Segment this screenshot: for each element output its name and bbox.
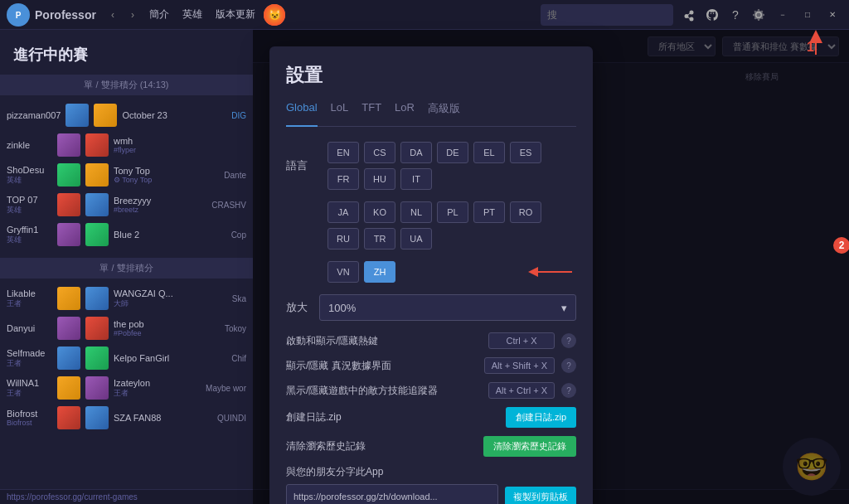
zoom-label: 放大: [286, 300, 319, 315]
titlebar-icons: ? － □ ✕: [680, 5, 842, 25]
lang-btn-nl[interactable]: NL: [400, 201, 432, 223]
lang-btn-es[interactable]: ES: [510, 142, 541, 163]
tokoy-badge: Tokoy: [225, 324, 246, 333]
zoom-select[interactable]: 100% ▾: [319, 294, 576, 321]
sidebar-title: 進行中的賽: [0, 38, 253, 75]
search-input[interactable]: [541, 4, 673, 26]
close-button[interactable]: ✕: [822, 5, 842, 25]
table-row[interactable]: Likable 王者 WANGZAI Q... 大師 Ska: [0, 284, 253, 313]
lang-btn-ro[interactable]: RO: [510, 201, 541, 223]
tab-tft[interactable]: TFT: [361, 101, 381, 119]
avatar: [57, 287, 80, 310]
lang-btn-vn[interactable]: VN: [327, 261, 359, 283]
player-right-name: WANGZAI Q... 大師: [114, 288, 173, 309]
lang-btn-pt[interactable]: PT: [473, 201, 505, 223]
modal-overlay: 設置 Global LoL TFT LoR 高級版 語言 ENCSDADEELE…: [253, 30, 849, 504]
ska-badge: Ska: [232, 294, 246, 303]
section1-header: 單 / 雙排積分 (14:13): [0, 75, 253, 95]
hotkey-help-3[interactable]: ?: [561, 383, 576, 398]
table-row[interactable]: ShoDesu 英雄 Tony Top ⚙ Tony Top Dante: [0, 160, 253, 190]
lang-btn-da[interactable]: DA: [400, 142, 432, 163]
menu-item-heroes[interactable]: 英雄: [182, 7, 202, 22]
hotkey-label-3: 黑示/隱藏遊戲中的敵方技能追蹤器: [286, 384, 482, 398]
player-right-name: wmh #flyper: [114, 136, 159, 154]
table-row[interactable]: zinkle wmh #flyper: [0, 130, 253, 160]
chif-badge: Chif: [231, 354, 246, 363]
lang-btn-pl[interactable]: PL: [437, 201, 468, 223]
lang-btn-en[interactable]: EN: [327, 142, 359, 163]
player-left-name: zinkle: [7, 140, 52, 150]
language-row-3: VNZH: [286, 261, 576, 283]
player-right-name: the pob #Pobfee: [114, 319, 159, 337]
menu-item-intro[interactable]: 簡介: [149, 7, 169, 22]
avatar: [57, 317, 80, 340]
tab-lol[interactable]: LoL: [331, 101, 349, 119]
avatar: [57, 133, 80, 157]
tab-lor[interactable]: LoR: [395, 101, 415, 119]
avatar: [85, 133, 109, 157]
player-left-name: Gryffin1 英雄: [7, 225, 52, 245]
lang-btn-ru[interactable]: RU: [327, 228, 359, 250]
player-right-name: Breezyyy #breetz: [114, 196, 159, 214]
right-panel: 所有地区 普通賽和排位 賽數據 🤓 移除賽局 設置 Global LoL TFT…: [253, 30, 849, 504]
share-url-row: 複製到剪貼板: [286, 484, 576, 504]
hotkey-value-1: Ctrl + X: [488, 332, 555, 349]
share-icon[interactable]: [680, 6, 698, 24]
dante-badge: Dante: [224, 171, 246, 180]
table-row[interactable]: pizzaman007 October 23 DIG: [0, 100, 253, 130]
table-row[interactable]: WillNA1 王者 Izateylon 王者 Maybe wor: [0, 373, 253, 403]
hotkey-help-2[interactable]: ?: [561, 358, 576, 373]
menu-item-updates[interactable]: 版本更新: [216, 7, 255, 22]
table-row[interactable]: Danyui the pob #Pobfee Tokoy: [0, 313, 253, 343]
table-row[interactable]: TOP 07 英雄 Breezyyy #breetz CRASHV: [0, 190, 253, 220]
player-left-name: Selfmade 王者: [7, 348, 52, 369]
create-log-button[interactable]: 創建日誌.zip: [506, 407, 576, 428]
lang-btn-el[interactable]: EL: [473, 142, 505, 163]
player-right-name: Izateylon 王者: [114, 378, 159, 399]
lang-btn-fr[interactable]: FR: [327, 168, 359, 190]
lang-btn-zh[interactable]: ZH: [364, 261, 395, 283]
annotation-arrow-1: [683, 30, 849, 129]
lang-btn-ua[interactable]: UA: [400, 228, 432, 250]
player-right-name: Kelpo FanGirl: [114, 353, 169, 363]
maximize-button[interactable]: □: [798, 5, 817, 25]
player-left-name: TOP 07 英雄: [7, 195, 52, 216]
table-row[interactable]: Selfmade 王者 Kelpo FanGirl Chif: [0, 343, 253, 373]
share-url-input[interactable]: [286, 484, 498, 504]
player-right-name: SZA FAN88: [114, 413, 161, 423]
nav-forward-button[interactable]: ›: [124, 7, 141, 23]
help-icon[interactable]: ?: [726, 6, 745, 24]
settings-icon[interactable]: [750, 6, 768, 24]
lang-btn-ko[interactable]: KO: [364, 201, 395, 223]
tab-global[interactable]: Global: [286, 101, 318, 127]
hotkey-value-3: Alt + Ctrl + X: [488, 382, 555, 399]
nav-back-button[interactable]: ‹: [104, 7, 121, 23]
minimize-button[interactable]: －: [773, 5, 793, 25]
lang-btn-it[interactable]: IT: [400, 168, 432, 190]
section2-header: 單 / 雙排積分: [0, 258, 253, 279]
crash-badge: CRASHV: [211, 201, 246, 210]
hotkey-label-1: 啟動和顯示/隱藏熱鍵: [286, 334, 482, 348]
user-avatar[interactable]: 😺: [264, 4, 285, 26]
lang-btn-tr[interactable]: TR: [364, 228, 395, 250]
lang-btn-de[interactable]: DE: [437, 142, 468, 163]
lang-btn-cs[interactable]: CS: [364, 142, 395, 163]
clear-history-button[interactable]: 清除瀏索歷史記錄: [483, 436, 576, 457]
lang-btn-hu[interactable]: HU: [364, 168, 395, 190]
app-logo: P: [7, 3, 30, 27]
avatar: [57, 223, 80, 246]
tab-advanced[interactable]: 高級版: [428, 101, 460, 119]
player-left-name: ShoDesu 英雄: [7, 165, 52, 186]
hotkey-help-1[interactable]: ?: [561, 333, 576, 348]
avatar: [85, 287, 109, 310]
app-brand: Porofessor: [35, 8, 96, 22]
table-row[interactable]: Gryffin1 英雄 Blue 2 Cop: [0, 220, 253, 250]
tony-top-name: Tony Top ⚙ Tony Top: [114, 166, 159, 184]
copy-button[interactable]: 複製到剪貼板: [505, 487, 576, 505]
discord-icon[interactable]: [703, 6, 721, 24]
language-grid-2: JAKONLPLPTRORUTRUA: [327, 201, 576, 250]
lang-btn-ja[interactable]: JA: [327, 201, 359, 223]
table-row[interactable]: Biofrost Biofrost SZA FAN88 QUINDI: [0, 403, 253, 433]
avatar: [85, 406, 109, 429]
hotkey-label-2: 顯示/隱藏 真況數據界面: [286, 359, 478, 373]
